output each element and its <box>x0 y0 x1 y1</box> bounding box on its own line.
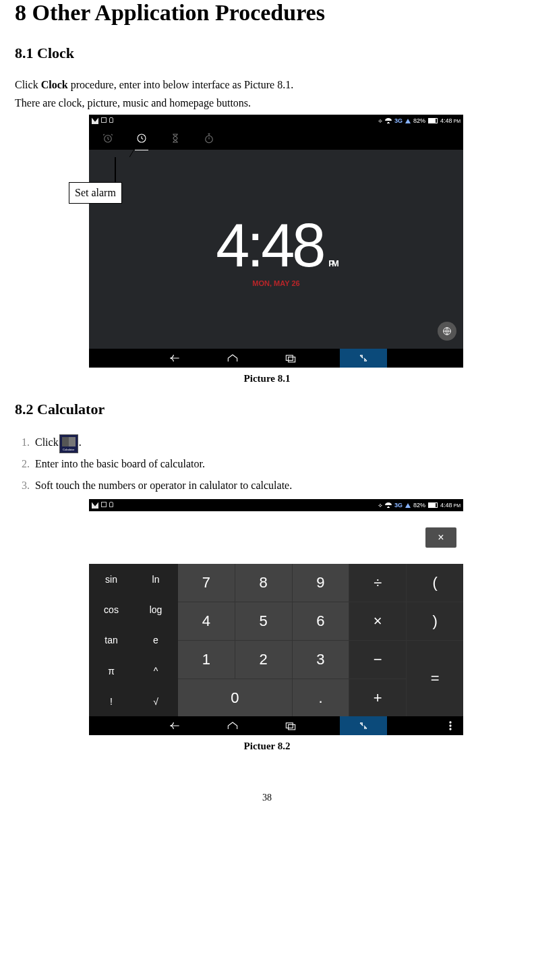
svg-rect-5 <box>288 357 295 363</box>
battery-pct: 82% <box>413 502 425 509</box>
figure-caption-2: Pictuer 8.2 <box>15 741 519 752</box>
txt: Click <box>35 436 59 448</box>
pi-button[interactable]: π <box>89 656 134 686</box>
svg-point-10 <box>450 728 451 730</box>
lock-icon <box>109 502 113 507</box>
clock-intro-2: There are clock, picture, music and home… <box>15 94 519 112</box>
key-5[interactable]: 5 <box>235 602 292 640</box>
key-7[interactable]: 7 <box>178 564 235 602</box>
key-6[interactable]: 6 <box>293 602 349 640</box>
key-equals[interactable]: = <box>407 641 463 717</box>
key-0[interactable]: 0 <box>178 679 292 717</box>
key-add[interactable]: + <box>349 679 406 717</box>
section-calculator-heading: 8.2 Calculator <box>15 401 519 418</box>
figure-caption-1: Picture 8.1 <box>15 373 519 384</box>
txt: Enter into the basic board of calculator… <box>35 453 519 475</box>
signal-icon <box>405 119 411 123</box>
status-ampm: PM <box>454 119 461 123</box>
key-8[interactable]: 8 <box>235 564 292 602</box>
e-button[interactable]: e <box>134 625 178 656</box>
recents-button[interactable] <box>282 720 299 732</box>
step-2: 2. Enter into the basic board of calcula… <box>15 453 519 475</box>
delete-button[interactable]: × <box>425 527 456 548</box>
txt: Click <box>15 79 41 90</box>
key-9[interactable]: 9 <box>293 564 349 602</box>
section-clock-heading: 8.1 Clock <box>15 45 519 62</box>
key-2[interactable]: 2 <box>235 641 292 679</box>
key-multiply[interactable]: × <box>349 602 406 640</box>
network-label: 3G <box>394 117 403 124</box>
txt: procedure, enter into below interface as… <box>68 79 294 90</box>
timer-tab[interactable] <box>169 132 182 145</box>
svg-rect-7 <box>288 725 295 730</box>
key-dot[interactable]: . <box>293 679 349 717</box>
step-3: 3. Soft touch the numbers or operator in… <box>15 475 519 496</box>
log-button[interactable]: log <box>134 595 178 625</box>
calculator-screenshot: ⟡ 3G 82% 4:48 PM × sin ln cos log tan e … <box>89 499 463 735</box>
status-bar: ⟡ 3G 82% 4:48 PM <box>89 499 463 511</box>
android-nav-bar <box>89 349 463 368</box>
tan-button[interactable]: tan <box>89 625 134 656</box>
clock-ampm: PM <box>328 258 336 268</box>
bluetooth-icon: ⟡ <box>378 502 382 509</box>
page-title: 8 Other Application Procedures <box>15 0 519 26</box>
sqrt-button[interactable]: √ <box>134 686 178 716</box>
cos-button[interactable]: cos <box>89 595 134 625</box>
page-number: 38 <box>15 792 519 803</box>
status-time: 4:48 <box>440 502 452 509</box>
clock-intro-1: Click Clock procedure, enter into below … <box>15 76 519 94</box>
stopwatch-tab[interactable] <box>202 132 216 145</box>
notification-icon <box>101 502 107 507</box>
status-ampm: PM <box>454 503 461 508</box>
step-1: 1. Click. <box>15 432 519 453</box>
clock-time-display: 4:48 PM <box>216 211 336 281</box>
home-button[interactable] <box>224 720 241 732</box>
svg-rect-4 <box>286 355 293 361</box>
screenshot-button[interactable] <box>340 349 387 368</box>
notification-icon <box>101 117 107 123</box>
clock-date: MON, MAY 26 <box>252 279 299 287</box>
status-time: 4:48 <box>440 117 452 124</box>
android-nav-bar <box>89 716 463 735</box>
status-bar: ⟡ 3G 82% 4:48 PM <box>89 115 463 127</box>
calculator-app-icon <box>59 434 78 453</box>
network-label: 3G <box>394 502 403 509</box>
clock-bold: Clock <box>41 79 68 90</box>
back-button[interactable] <box>166 720 183 732</box>
scientific-panel: sin ln cos log tan e π ^ ! √ <box>89 564 178 716</box>
svg-rect-6 <box>286 723 293 728</box>
key-rparen[interactable]: ) <box>407 602 463 640</box>
svg-point-8 <box>450 722 451 723</box>
key-divide[interactable]: ÷ <box>349 564 406 602</box>
step-num: 2. <box>15 453 30 475</box>
home-button[interactable] <box>224 352 241 364</box>
screenshot-button[interactable] <box>340 716 387 735</box>
sin-button[interactable]: sin <box>89 564 134 594</box>
signal-icon <box>405 503 411 508</box>
step-num: 1. <box>15 432 30 453</box>
svg-point-9 <box>450 725 451 726</box>
lock-icon <box>109 117 113 123</box>
key-3[interactable]: 3 <box>293 641 349 679</box>
calc-display: × <box>89 511 463 564</box>
key-lparen[interactable]: ( <box>407 564 463 602</box>
bluetooth-icon: ⟡ <box>378 117 382 125</box>
key-1[interactable]: 1 <box>178 641 235 679</box>
recents-button[interactable] <box>282 352 299 364</box>
factorial-button[interactable]: ! <box>89 686 134 716</box>
key-4[interactable]: 4 <box>178 602 235 640</box>
back-button[interactable] <box>166 352 183 364</box>
step-num: 3. <box>15 475 30 496</box>
alarm-tab[interactable] <box>101 132 115 145</box>
ln-button[interactable]: ln <box>134 564 178 594</box>
set-alarm-callout: Set alarm <box>69 182 122 204</box>
power-button[interactable]: ^ <box>134 656 178 686</box>
txt: Soft touch the numbers or operator in ca… <box>35 475 519 496</box>
keypad: 7 8 9 ÷ ( 4 5 6 × ) 1 2 3 − = 0 . + <box>178 564 463 716</box>
key-subtract[interactable]: − <box>349 641 406 679</box>
globe-fab[interactable] <box>438 322 456 341</box>
wifi-icon <box>385 502 392 508</box>
battery-pct: 82% <box>413 117 425 124</box>
battery-icon <box>428 118 438 123</box>
menu-button[interactable] <box>442 720 459 732</box>
